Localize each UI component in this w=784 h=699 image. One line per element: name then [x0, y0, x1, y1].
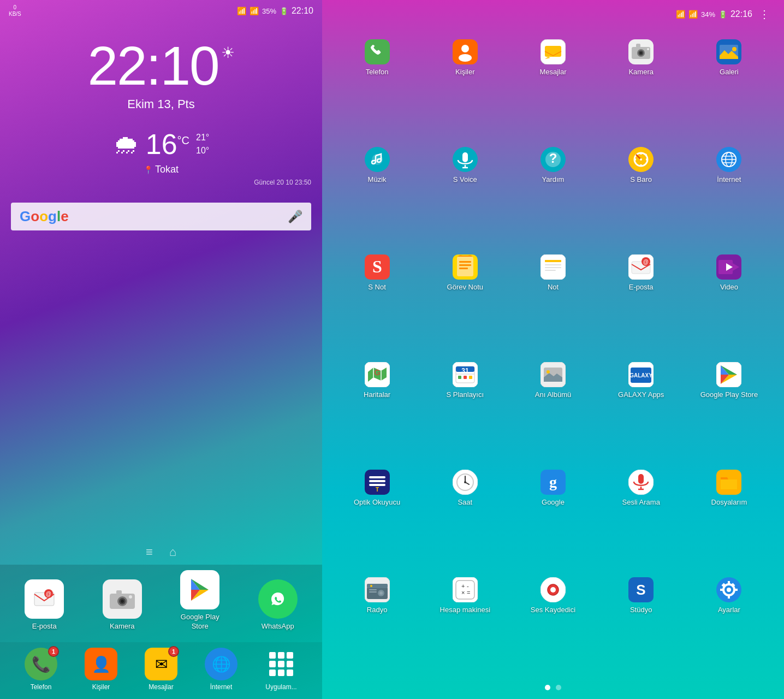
home-icon[interactable]: ⌂ [169, 545, 176, 559]
maps-label: Haritalar [364, 390, 390, 400]
playstore-label: Google Play Store [700, 390, 758, 400]
messages-label: Mesajlar [539, 68, 566, 77]
svg-rect-20 [545, 46, 561, 57]
kb-indicator: 0 KB/S [9, 4, 21, 17]
svg-text:=: = [467, 589, 470, 596]
svg-point-18 [459, 54, 472, 62]
app-radyo[interactable]: Radyo [333, 572, 421, 679]
app-anialbum[interactable]: Anı Albümü [509, 357, 597, 464]
app-splanlayici[interactable]: 31S Planlayıcı [421, 357, 509, 464]
left-panel: 0 KB/S 📶 📶 35% 🔋 22:10 22:10 ☀ Ekim 13, … [0, 0, 322, 699]
gallery-label: Galeri [720, 68, 739, 77]
app-camera[interactable]: Kamera [597, 34, 685, 141]
app-music[interactable]: Müzik [333, 141, 421, 249]
kamera-label: Kamera [110, 622, 135, 631]
maps-icon: G [365, 362, 390, 387]
eposta-icon: @ [32, 587, 56, 611]
voice-search-icon[interactable]: 🎤 [288, 210, 302, 224]
app-snot[interactable]: SS Not [333, 249, 421, 357]
hesap-icon: +-×= [453, 577, 478, 602]
contacts-icon [453, 39, 478, 64]
whatsapp-icon [266, 587, 290, 611]
svg-rect-7 [116, 590, 122, 594]
svg-rect-61 [459, 268, 468, 269]
page-dot-1[interactable] [545, 685, 550, 690]
hesap-label: Hesap makinesi [440, 606, 491, 615]
nav-mesajlar[interactable]: ✉ 1 Mesajlar [145, 648, 177, 691]
menu-icon[interactable]: ≡ [146, 545, 153, 559]
google-search-bar[interactable]: Google 🎤 [11, 203, 311, 230]
svoice-label: S Voice [453, 175, 477, 185]
svg-point-31 [732, 47, 737, 51]
svg-text:G: G [374, 368, 380, 377]
app-svoice[interactable]: S Voice [421, 141, 509, 249]
app-sbaro[interactable]: S Baro [597, 141, 685, 249]
app-dosyalar[interactable]: Dosyalarım [685, 464, 773, 572]
clock-area: 22:10 ☀ Ekim 13, Pts [0, 38, 322, 111]
app-phone[interactable]: Telefon [333, 34, 421, 141]
app-contacts[interactable]: Kişiler [421, 34, 509, 141]
weather-location: Tokat [0, 164, 322, 175]
sbaro-label: S Baro [630, 175, 652, 185]
svg-rect-122 [453, 577, 478, 602]
svg-rect-99 [369, 480, 385, 482]
app-gallery[interactable]: Galeri [685, 34, 773, 141]
contacts-label: Kişiler [455, 68, 474, 77]
app-sesli[interactable]: Sesli Arama [597, 464, 685, 572]
nav-bar: 📞 1 Telefon 👤 Kişiler ✉ 1 Mesajlar 🌐 İn [0, 642, 322, 699]
nav-internet[interactable]: 🌐 İnternet [205, 648, 237, 691]
app-internet[interactable]: İnternet [685, 141, 773, 249]
google-label: Google [542, 498, 565, 507]
taskbar-eposta[interactable]: @ E-posta [17, 579, 72, 631]
app-eposta[interactable]: @E-posta [597, 249, 685, 357]
wifi-icon: 📶 [237, 7, 246, 15]
app-playstore[interactable]: Google Play Store [685, 357, 773, 464]
svg-text:@: @ [643, 259, 649, 265]
app-studyo[interactable]: SStüdyo [597, 572, 685, 679]
google-icon: g [541, 470, 566, 495]
svg-text:S: S [372, 257, 382, 276]
app-settings[interactable]: Ayarlar [685, 572, 773, 679]
app-optik[interactable]: TOptik Okuyucu [333, 464, 421, 572]
gallery-icon [716, 39, 741, 64]
svg-rect-82 [458, 376, 461, 379]
taskbar-kamera[interactable]: Kamera [95, 579, 150, 631]
svg-rect-58 [457, 257, 473, 276]
more-options-icon[interactable]: ⋮ [756, 4, 773, 24]
app-seskaydedici[interactable]: Ses Kaydedici [509, 572, 597, 679]
svg-rect-27 [636, 44, 640, 48]
svg-rect-115 [367, 587, 388, 599]
camera-icon [628, 39, 654, 64]
svg-text:S: S [637, 582, 646, 598]
app-not[interactable]: Not [509, 249, 597, 357]
svg-point-135 [727, 588, 731, 592]
snot-icon: S [365, 254, 390, 280]
page-dot-2[interactable] [556, 685, 561, 690]
music-label: Müzik [368, 175, 387, 185]
video-label: Video [720, 283, 738, 292]
weather-area: 🌧 16°C 21° 10° [0, 128, 322, 161]
nav-kisiler[interactable]: 👤 Kişiler [85, 648, 117, 691]
app-messages[interactable]: Mesajlar [509, 34, 597, 141]
weather-icon: 🌧 [113, 129, 139, 159]
studyo-icon: S [628, 577, 654, 602]
nav-uygulamalar[interactable]: Uygulam... [265, 648, 298, 691]
app-google[interactable]: gGoogle [509, 464, 597, 572]
internet-icon [716, 147, 741, 172]
app-hesap[interactable]: +-×=Hesap makinesi [421, 572, 509, 679]
app-clock[interactable]: Saat [421, 464, 509, 572]
taskbar-playstore[interactable]: Google Play Store [173, 570, 227, 631]
svg-text:T: T [376, 487, 379, 493]
app-gorevnotu[interactable]: Görev Notu [421, 249, 509, 357]
taskbar-whatsapp[interactable]: WhatsApp [251, 579, 305, 631]
radyo-icon [365, 577, 390, 602]
app-help[interactable]: ?Yardım [509, 141, 597, 249]
gorevnotu-icon [453, 254, 478, 280]
clock-date: Ekim 13, Pts [0, 97, 322, 111]
app-maps[interactable]: GHaritalar [333, 357, 421, 464]
nav-telefon[interactable]: 📞 1 Telefon [25, 648, 57, 691]
svg-point-28 [647, 48, 649, 50]
app-video[interactable]: Video [685, 249, 773, 357]
app-galaxyapps[interactable]: GALAXYGALAXY Apps [597, 357, 685, 464]
right-signal-icon: 📶 [688, 10, 698, 19]
